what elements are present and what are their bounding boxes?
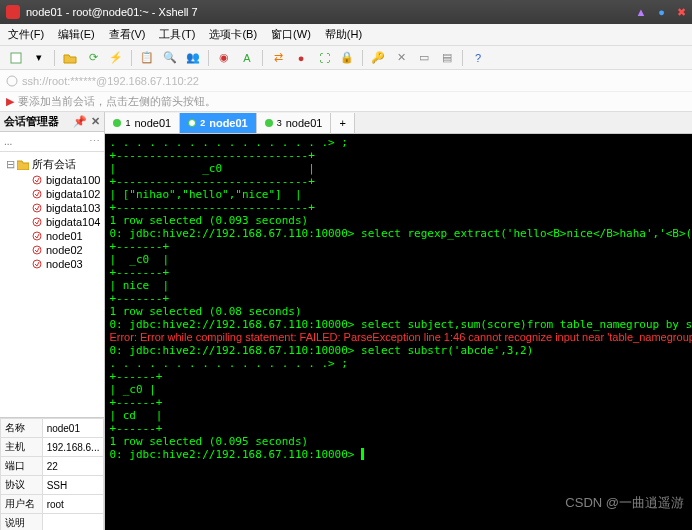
tree-item[interactable]: bigdata103 — [0, 201, 104, 215]
menu-help[interactable]: 帮助(H) — [325, 27, 362, 42]
prop-val: root — [42, 495, 104, 514]
people-icon[interactable]: 👥 — [183, 49, 203, 67]
maximize-icon[interactable]: ● — [658, 6, 665, 19]
tree-item[interactable]: node01 — [0, 229, 104, 243]
tree-item[interactable]: node02 — [0, 243, 104, 257]
record-icon[interactable]: ● — [291, 49, 311, 67]
menu-file[interactable]: 文件(F) — [8, 27, 44, 42]
reconnect-icon[interactable]: ⟳ — [83, 49, 103, 67]
connect-icon[interactable]: ⚡ — [106, 49, 126, 67]
lock-icon[interactable]: 🔒 — [337, 49, 357, 67]
tree-filter[interactable]: ⋯ — [0, 132, 104, 152]
terminal[interactable]: . . . . . . . . . . . . . . . . .> ; +--… — [105, 134, 692, 530]
filter-dots-icon[interactable]: ⋯ — [89, 135, 100, 148]
svg-point-5 — [33, 218, 41, 226]
titlebar: node01 - root@node01:~ - Xshell 7 ▲ ● ✖ — [0, 0, 692, 24]
tab-label: node01 — [286, 117, 323, 129]
menu-window[interactable]: 窗口(W) — [271, 27, 311, 42]
prop-key: 端口 — [1, 457, 43, 476]
close-icon[interactable]: ✖ — [677, 6, 686, 19]
tree-item-label: node01 — [46, 230, 83, 242]
address-bar[interactable]: ssh://root:******@192.168.67.110:22 — [0, 70, 692, 92]
tree-root[interactable]: ⊟ 所有会话 — [0, 156, 104, 173]
tab-num: 3 — [277, 118, 282, 128]
tab[interactable]: 2 node01 — [180, 113, 257, 133]
svg-rect-0 — [11, 53, 21, 63]
collapse-icon[interactable]: ⊟ — [4, 158, 16, 171]
hint-text: 要添加当前会话，点击左侧的箭头按钮。 — [18, 94, 216, 109]
tab[interactable]: 3 node01 — [257, 113, 332, 133]
status-dot-icon — [113, 119, 121, 127]
copy-icon[interactable]: 📋 — [137, 49, 157, 67]
xmark-icon[interactable]: ✕ — [391, 49, 411, 67]
window-title: node01 - root@node01:~ - Xshell 7 — [26, 6, 198, 18]
tree-item-label: bigdata102 — [46, 188, 100, 200]
menu-view[interactable]: 查看(V) — [109, 27, 146, 42]
status-dot-icon — [188, 119, 196, 127]
menu-edit[interactable]: 编辑(E) — [58, 27, 95, 42]
folder-icon — [16, 159, 30, 171]
box-icon[interactable]: ▭ — [414, 49, 434, 67]
tree-item[interactable]: bigdata104 — [0, 215, 104, 229]
settings-icon[interactable]: ▤ — [437, 49, 457, 67]
pane-close-icon[interactable]: ✕ — [91, 115, 100, 128]
prop-key: 用户名 — [1, 495, 43, 514]
tree-item[interactable]: node03 — [0, 257, 104, 271]
dropdown-icon[interactable]: ▾ — [29, 49, 49, 67]
app-logo-icon — [6, 5, 20, 19]
tab-num: 1 — [125, 118, 130, 128]
tab[interactable]: 1 node01 — [105, 113, 180, 133]
fullscreen-icon[interactable]: ⛶ — [314, 49, 334, 67]
svg-point-4 — [33, 204, 41, 212]
key-icon[interactable]: 🔑 — [368, 49, 388, 67]
svg-point-2 — [33, 176, 41, 184]
session-icon — [30, 230, 44, 242]
tab-label: node01 — [134, 117, 171, 129]
prop-val: node01 — [42, 419, 104, 438]
address-text: ssh://root:******@192.168.67.110:22 — [22, 75, 199, 87]
prop-val — [42, 514, 104, 531]
font-icon[interactable]: A — [237, 49, 257, 67]
open-icon[interactable] — [60, 49, 80, 67]
session-icon — [30, 258, 44, 270]
tree-root-label: 所有会话 — [32, 157, 76, 172]
pane-header: 会话管理器 📌 ✕ — [0, 112, 104, 132]
tab-add[interactable]: + — [331, 113, 354, 133]
pin-icon[interactable]: 📌 — [73, 115, 87, 128]
prop-key: 说明 — [1, 514, 43, 531]
status-dot-icon — [265, 119, 273, 127]
session-icon — [30, 202, 44, 214]
svg-point-1 — [7, 76, 17, 86]
flag-icon: ▶ — [6, 95, 14, 108]
menubar: 文件(F) 编辑(E) 查看(V) 工具(T) 选项卡(B) 窗口(W) 帮助(… — [0, 24, 692, 46]
tab-num: 2 — [200, 118, 205, 128]
minimize-icon[interactable]: ▲ — [635, 6, 646, 19]
color-icon[interactable]: ◉ — [214, 49, 234, 67]
prop-val: 192.168.6... — [42, 438, 104, 457]
search-icon[interactable]: 🔍 — [160, 49, 180, 67]
session-icon — [30, 244, 44, 256]
tree-item-label: node02 — [46, 244, 83, 256]
tree-item-label: bigdata103 — [46, 202, 100, 214]
menu-tab[interactable]: 选项卡(B) — [209, 27, 257, 42]
pane-title: 会话管理器 — [4, 114, 59, 129]
svg-point-6 — [33, 232, 41, 240]
toolbar: ▾ ⟳ ⚡ 📋 🔍 👥 ◉ A ⇄ ● ⛶ 🔒 🔑 ✕ ▭ ▤ ? — [0, 46, 692, 70]
prop-key: 名称 — [1, 419, 43, 438]
tree-item-label: node03 — [46, 258, 83, 270]
transfer-icon[interactable]: ⇄ — [268, 49, 288, 67]
prop-key: 协议 — [1, 476, 43, 495]
tree-item[interactable]: bigdata102 — [0, 187, 104, 201]
session-tree: ⊟ 所有会话 bigdata100bigdata102bigdata103big… — [0, 152, 104, 417]
prop-val: 22 — [42, 457, 104, 476]
prop-key: 主机 — [1, 438, 43, 457]
tab-bar: 1 node012 node013 node01 + ◂ ▸ ▾ — [105, 112, 692, 134]
filter-input[interactable] — [4, 136, 89, 147]
menu-tools[interactable]: 工具(T) — [159, 27, 195, 42]
help-icon[interactable]: ? — [468, 49, 488, 67]
session-manager-pane: 会话管理器 📌 ✕ ⋯ ⊟ 所有会话 bigdata100bigdata102b… — [0, 112, 105, 530]
tab-label: node01 — [209, 117, 248, 129]
new-session-icon[interactable] — [6, 49, 26, 67]
svg-point-8 — [33, 260, 41, 268]
tree-item[interactable]: bigdata100 — [0, 173, 104, 187]
